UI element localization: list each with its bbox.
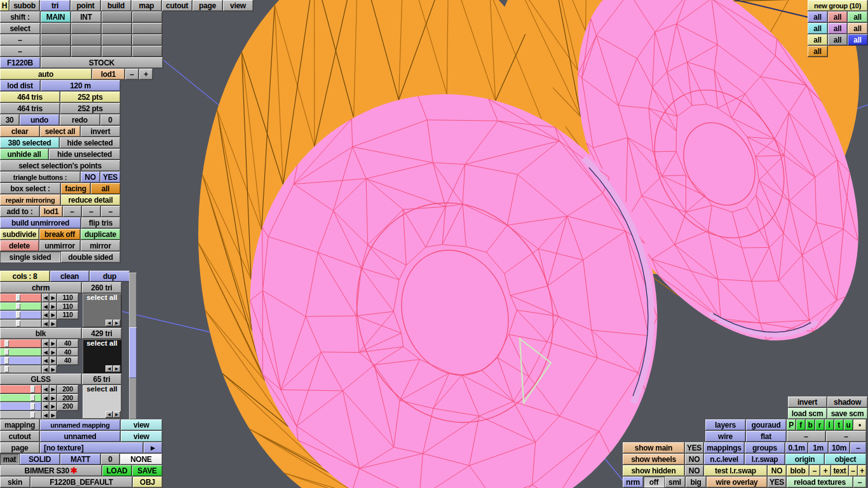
swatch-left-arrow[interactable]: ◄ (105, 411, 113, 418)
group-all-button[interactable]: all (828, 11, 848, 23)
clear-button[interactable]: clear (0, 126, 40, 137)
slider-knob[interactable] (16, 320, 20, 327)
test-lr-swap-toggle[interactable]: NO (768, 465, 787, 477)
hide-unselected-button[interactable]: hide unselected (49, 149, 121, 160)
extra-slider[interactable] (0, 411, 42, 420)
variant-button[interactable]: STOCK (41, 57, 163, 69)
save-scm-button[interactable]: save scm (827, 408, 868, 419)
triangle-buttons-no[interactable]: NO (81, 172, 100, 183)
show-wheels-toggle[interactable]: NO (685, 454, 704, 465)
slider-left-arrow[interactable]: ◄ (42, 411, 50, 420)
show-hidden-toggle[interactable]: NO (685, 465, 704, 477)
slider-right-arrow[interactable]: ► (50, 294, 57, 302)
build-unmirrored-button[interactable]: build unmirrored (0, 217, 81, 229)
redo-button[interactable]: redo (60, 114, 100, 126)
shadow-button[interactable]: shadow (827, 396, 868, 408)
clean-button[interactable]: clean (50, 271, 90, 282)
color-group-name[interactable]: GLSS (0, 374, 82, 385)
tab-map[interactable]: map (132, 0, 162, 11)
text-plus-button[interactable]: + (858, 465, 867, 477)
mat-none-button[interactable]: NONE (120, 454, 163, 465)
lod-dist-label[interactable]: lod dist (0, 80, 41, 92)
cutout-label[interactable]: cutout (0, 431, 40, 442)
empty-cell[interactable] (41, 46, 71, 57)
blue-slider[interactable] (0, 311, 42, 320)
new-group-button[interactable]: new group (10) (808, 0, 868, 11)
flat-button[interactable]: flat (746, 431, 787, 442)
layer-l-button[interactable]: l (825, 419, 834, 431)
skin-label[interactable]: skin (0, 477, 31, 488)
mat-label[interactable]: mat (0, 454, 20, 465)
shift-int-button[interactable]: INT (71, 11, 102, 23)
unhide-all-button[interactable]: unhide all (0, 149, 49, 160)
page-texture[interactable]: [no texture] (40, 442, 144, 454)
cutout-view-button[interactable]: view (121, 431, 163, 442)
group-all-button[interactable]: all (808, 23, 828, 34)
object-button[interactable]: object (825, 454, 867, 465)
grid-10m-button[interactable]: 10m (829, 442, 850, 454)
swatch-right-arrow[interactable]: ► (113, 365, 121, 372)
dash-label[interactable]: – (0, 46, 41, 57)
slider-left-arrow[interactable]: ◄ (42, 320, 50, 329)
slider-right-arrow[interactable]: ► (50, 348, 57, 357)
wire-overlay-toggle[interactable]: YES (768, 477, 787, 488)
hide-selected-button[interactable]: hide selected (60, 137, 121, 149)
empty-cell[interactable] (102, 34, 132, 46)
layer-p-button[interactable]: P (787, 419, 796, 431)
dash-label[interactable]: – (0, 34, 41, 46)
green-slider[interactable] (0, 302, 42, 311)
slider-right-arrow[interactable]: ► (50, 339, 57, 348)
page-label[interactable]: page (0, 442, 40, 454)
color-select-all-swatch[interactable]: select all◄► (83, 294, 122, 328)
obj-button[interactable]: OBJ (133, 477, 163, 488)
slider-knob[interactable] (4, 366, 9, 373)
empty-cell[interactable] (132, 46, 163, 57)
show-main-toggle[interactable]: YES (685, 442, 704, 454)
break-off-button[interactable]: break off (39, 229, 81, 240)
add-to-slot[interactable]: – (63, 206, 82, 217)
select-label[interactable]: select (0, 23, 41, 34)
empty-cell[interactable] (71, 34, 102, 46)
wire-slot[interactable]: – (787, 431, 826, 442)
empty-cell[interactable] (41, 34, 71, 46)
slider-right-arrow[interactable]: ► (50, 385, 57, 394)
group-all-button[interactable]: all (848, 23, 868, 34)
model-file-name[interactable]: BIMMER S30✱ (0, 465, 102, 477)
slider-right-arrow[interactable]: ► (50, 365, 57, 374)
slider-left-arrow[interactable]: ◄ (42, 356, 50, 365)
origin-button[interactable]: origin (785, 454, 825, 465)
wire-slot[interactable]: – (826, 431, 867, 442)
invert-button[interactable]: invert (788, 396, 827, 408)
save-button[interactable]: SAVE (132, 465, 163, 477)
group-all-button[interactable]: all (828, 23, 848, 34)
select-empty-cell[interactable] (132, 23, 163, 34)
text-button[interactable]: text (831, 465, 849, 477)
single-sided-button[interactable]: single sided (0, 252, 61, 263)
tab-h[interactable]: H (0, 0, 10, 11)
model-name-button[interactable]: F1220B (0, 57, 41, 69)
slider-knob[interactable] (16, 311, 20, 318)
invert-button[interactable]: invert (81, 126, 121, 137)
mappings-button[interactable]: mappings (704, 442, 745, 454)
slider-knob[interactable] (4, 340, 9, 347)
nrm-button[interactable]: nrm (623, 477, 644, 488)
slider-left-arrow[interactable]: ◄ (42, 339, 50, 348)
slider-left-arrow[interactable]: ◄ (42, 302, 50, 311)
slider-right-arrow[interactable]: ► (50, 302, 57, 311)
blue-slider[interactable] (0, 356, 42, 365)
slider-left-arrow[interactable]: ◄ (42, 348, 50, 357)
slider-knob[interactable] (31, 386, 35, 393)
extra-slider[interactable] (0, 320, 42, 329)
show-main-button[interactable]: show main (623, 442, 685, 454)
slider-left-arrow[interactable]: ◄ (42, 385, 50, 394)
reduce-detail-button[interactable]: reduce detail (61, 194, 121, 206)
slider-left-arrow[interactable]: ◄ (42, 365, 50, 374)
select-empty-cell[interactable] (41, 23, 71, 34)
select-empty-cell[interactable] (102, 23, 132, 34)
color-group-name[interactable]: chrm (0, 282, 82, 294)
group-all-button[interactable]: all (828, 34, 848, 46)
add-to-lod1[interactable]: lod1 (40, 206, 63, 217)
swatch-right-arrow[interactable]: ► (113, 411, 121, 418)
slider-knob[interactable] (4, 349, 9, 356)
empty-cell[interactable] (102, 46, 132, 57)
